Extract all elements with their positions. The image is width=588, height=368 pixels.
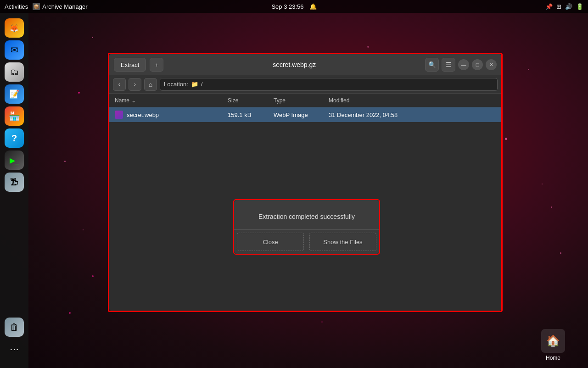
add-button[interactable]: + [150, 58, 163, 72]
topbar-right: 📌 ⊞ 🔊 🔋 [545, 3, 583, 10]
file-name: secret.webp [127, 112, 159, 118]
col-header-size[interactable]: Size [224, 97, 270, 104]
dock-icon-terminal[interactable]: ▶_ [5, 151, 24, 170]
maximize-button[interactable]: □ [472, 59, 483, 70]
topbar: Activities 📦 Archive Manager Sep 3 23:56… [0, 0, 588, 13]
extract-button[interactable]: Extract [114, 58, 146, 72]
home-desktop-icon[interactable]: 🏠 Home [541, 329, 565, 361]
bell-icon: 🔔 [309, 3, 317, 10]
dock-icon-thunderbird[interactable]: ✉ [5, 40, 24, 60]
home-label: Home [546, 355, 560, 361]
extraction-dialog-wrapper: Extraction completed successfully Close … [233, 199, 380, 255]
dock-grid-icon[interactable]: ⋯ [5, 340, 24, 359]
dock-icon-writer[interactable]: 📝 [5, 84, 24, 104]
activities-button[interactable]: Activities [5, 3, 28, 10]
sort-icon: ⌄ [131, 97, 136, 104]
app-name: Archive Manager [42, 3, 87, 10]
menu-button[interactable]: ☰ [442, 58, 455, 72]
file-list: secret.webp 159.1 kB WebP Image 31 Decem… [109, 107, 501, 311]
dock-icon-archive[interactable]: 🗜 [5, 173, 24, 192]
forward-button[interactable]: › [129, 78, 141, 91]
file-name-cell: secret.webp [109, 111, 224, 119]
battery-icon: 🔋 [576, 3, 583, 10]
network-icon: ⊞ [556, 3, 561, 10]
dock-icon-files[interactable]: 🗂 [5, 62, 24, 82]
back-button[interactable]: ‹ [113, 78, 126, 91]
home-nav-button[interactable]: ⌂ [144, 78, 157, 91]
dialog-buttons: Close Show the Files [234, 229, 379, 254]
extraction-dialog: Extraction completed successfully Close … [234, 200, 379, 254]
window-title: secret.webp.gz [167, 61, 421, 68]
location-bar: Location: 📁 / [160, 78, 498, 91]
dock-bottom: 🗑 ⋯ [5, 318, 24, 359]
col-header-modified[interactable]: Modified [325, 97, 501, 104]
file-type-cell: WebP Image [270, 112, 325, 118]
home-icon-image: 🏠 [541, 329, 565, 353]
file-type-icon [115, 111, 123, 119]
dock-icon-help[interactable]: ? [5, 128, 24, 148]
table-row[interactable]: secret.webp 159.1 kB WebP Image 31 Decem… [109, 107, 501, 122]
volume-icon: 🔊 [565, 3, 572, 10]
topbar-app: 📦 Archive Manager [33, 3, 87, 10]
window-wrapper: Extract + secret.webp.gz 🔍 ☰ — □ ✕ ‹ › ⌂… [108, 53, 503, 312]
navbar: ‹ › ⌂ Location: 📁 / [109, 75, 501, 94]
location-label: Location: [164, 81, 188, 88]
pin-icon: 📌 [545, 3, 553, 10]
dock-icon-appstore[interactable]: 🏪 [5, 106, 24, 126]
location-folder-icon: 📁 [191, 81, 198, 88]
col-header-type[interactable]: Type [270, 97, 325, 104]
show-files-button[interactable]: Show the Files [309, 233, 376, 251]
titlebar: Extract + secret.webp.gz 🔍 ☰ — □ ✕ [109, 54, 501, 75]
close-button[interactable]: ✕ [486, 59, 497, 70]
column-headers: Name ⌄ Size Type Modified [109, 94, 501, 107]
dialog-message: Extraction completed successfully [234, 200, 379, 229]
dock-icon-firefox[interactable]: 🦊 [5, 18, 24, 38]
col-header-name[interactable]: Name ⌄ [109, 97, 224, 104]
dock-icon-trash[interactable]: 🗑 [5, 318, 24, 337]
archive-manager-window: Extract + secret.webp.gz 🔍 ☰ — □ ✕ ‹ › ⌂… [109, 54, 501, 311]
minimize-button[interactable]: — [458, 59, 469, 70]
file-modified-cell: 31 December 2022, 04:58 [325, 112, 501, 118]
search-button[interactable]: 🔍 [425, 58, 439, 72]
app-icon: 📦 [33, 3, 40, 10]
close-dialog-button[interactable]: Close [237, 233, 304, 251]
titlebar-actions: 🔍 ☰ — □ ✕ [425, 58, 497, 72]
dock: 🦊 ✉ 🗂 📝 🏪 ? ▶_ 🗜 🗑 ⋯ [0, 13, 28, 368]
file-size-cell: 159.1 kB [224, 112, 270, 118]
topbar-center: Sep 3 23:56 🔔 [271, 3, 316, 10]
datetime: Sep 3 23:56 [271, 3, 303, 10]
location-path: / [201, 81, 203, 88]
